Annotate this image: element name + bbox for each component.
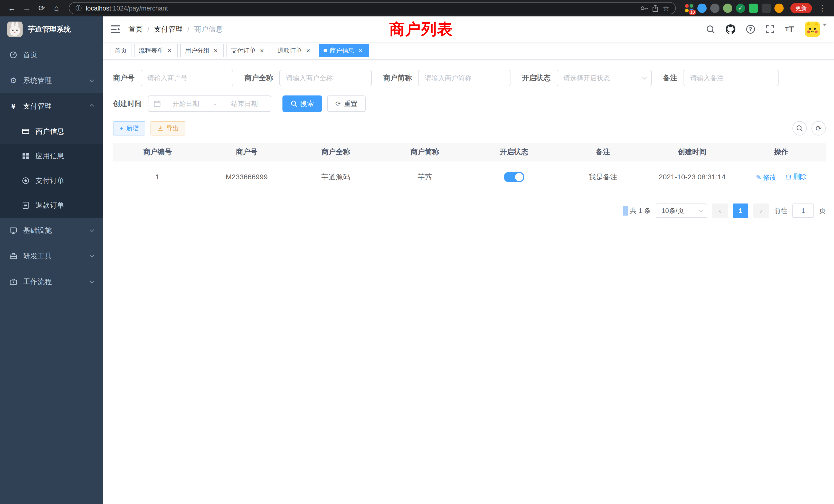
page-content: 商户号 商户全称 商户简称 开启状态 请选择开启状态	[103, 60, 834, 504]
sidebar-item-label: 退款订单	[36, 201, 64, 210]
extension-check-icon[interactable]: ✓	[736, 4, 745, 13]
tab-user-group[interactable]: 用户分组 ×	[180, 44, 224, 57]
sidebar-item-devtools[interactable]: 研发工具	[0, 243, 103, 269]
search-icon[interactable]	[706, 25, 715, 33]
sidebar-item-home[interactable]: 首页	[0, 42, 103, 68]
close-icon[interactable]: ×	[212, 47, 219, 54]
sidebar-item-app-info[interactable]: 应用信息	[0, 144, 103, 168]
close-icon[interactable]: ×	[258, 47, 265, 54]
tab-merchant-info[interactable]: 商户信息 ×	[319, 44, 369, 57]
prev-page-button[interactable]: ‹	[712, 204, 728, 218]
address-bar[interactable]: ⓘ localhost:1024/pay/merchant ☆	[69, 2, 676, 14]
logo-avatar	[7, 22, 23, 37]
status-select[interactable]: 请选择开启状态	[557, 70, 652, 86]
breadcrumb-payment[interactable]: 支付管理	[154, 24, 183, 34]
add-button-label: 新增	[126, 124, 139, 132]
sidebar-item-system[interactable]: ⚙ 系统管理	[0, 68, 103, 93]
page-1-button[interactable]: 1	[733, 204, 748, 218]
home-icon[interactable]: ⌂	[50, 2, 63, 15]
close-icon[interactable]: ×	[305, 47, 312, 54]
toggle-search-button[interactable]	[792, 121, 807, 136]
filter-merchant-no: 商户号	[113, 70, 233, 86]
delete-link[interactable]: 删除	[786, 172, 807, 181]
navbar-actions: ? TT	[706, 22, 834, 37]
remark-input[interactable]	[683, 70, 778, 86]
browser-update-button[interactable]: 更新	[790, 3, 812, 13]
refresh-table-button[interactable]: ⟳	[811, 121, 826, 136]
sidebar: 芋道管理系统 首页 ⚙ 系统管理 ¥ 支付管理	[0, 17, 103, 504]
site-info-icon[interactable]: ⓘ	[75, 4, 82, 12]
sidebar-item-pay-order[interactable]: 支付订单	[0, 168, 103, 193]
browser-toolbar: ← → ⟳ ⌂ ⓘ localhost:1024/pay/merchant ☆ …	[0, 0, 834, 17]
filter-remark: 备注	[663, 70, 778, 86]
extension-note-icon[interactable]	[749, 4, 758, 13]
sidebar-item-payment[interactable]: ¥ 支付管理	[0, 93, 103, 119]
short-name-input[interactable]	[418, 70, 510, 86]
close-icon[interactable]: ×	[357, 47, 364, 54]
filter-label: 备注	[663, 73, 683, 83]
browser-menu-icon[interactable]: ⋮	[815, 2, 829, 15]
reload-icon[interactable]: ⟳	[35, 2, 48, 15]
goto-unit: 页	[819, 206, 826, 215]
font-size-icon[interactable]: TT	[785, 24, 794, 35]
merchant-no-input[interactable]	[141, 70, 233, 86]
github-icon[interactable]	[726, 24, 736, 34]
calendar-icon	[154, 100, 161, 107]
export-button-label: 导出	[167, 124, 179, 132]
add-button[interactable]: + 新增	[113, 121, 145, 136]
forward-icon[interactable]: →	[20, 2, 34, 15]
dashboard-icon	[9, 51, 18, 59]
goto-page-input[interactable]	[792, 204, 814, 218]
reset-button[interactable]: ⟳ 重置	[327, 95, 366, 112]
bookmark-star-icon[interactable]: ☆	[663, 4, 669, 13]
column-header: 商户全称	[291, 143, 380, 161]
help-icon[interactable]: ?	[746, 25, 755, 33]
tab-refund-order[interactable]: 退款订单 ×	[273, 44, 316, 57]
page-size-select[interactable]: 10条/页	[656, 204, 707, 218]
tab-label: 商户信息	[330, 46, 354, 55]
key-icon[interactable]	[640, 4, 648, 12]
user-avatar[interactable]	[805, 22, 820, 37]
search-button[interactable]: 搜索	[282, 95, 322, 112]
extension-avatar-icon[interactable]	[723, 4, 732, 13]
sidebar-item-label: 首页	[23, 50, 38, 60]
sidebar-item-workflow[interactable]: 工作流程	[0, 269, 103, 295]
tab-pay-order[interactable]: 支付订单 ×	[226, 44, 270, 57]
back-icon[interactable]: ←	[5, 2, 19, 15]
sidebar-item-refund-order[interactable]: 退款订单	[0, 193, 103, 217]
filter-create-time: 创建时间 开始日期 - 结束日期	[113, 95, 271, 112]
fullscreen-icon[interactable]	[766, 25, 774, 33]
extension-blue-icon[interactable]	[697, 4, 707, 13]
app-logo[interactable]: 芋道管理系统	[0, 17, 103, 42]
cell-remark: 我是备注	[558, 161, 648, 193]
tab-process-form[interactable]: 流程表单 ×	[134, 44, 178, 57]
status-toggle[interactable]	[504, 172, 524, 182]
share-icon[interactable]	[652, 4, 659, 12]
date-range-picker[interactable]: 开始日期 - 结束日期	[148, 95, 271, 112]
edit-link[interactable]: ✎修改	[756, 173, 776, 182]
tab-home[interactable]: 首页	[110, 44, 131, 57]
app-title: 芋道管理系统	[28, 24, 71, 34]
sidebar-menu: 首页 ⚙ 系统管理 ¥ 支付管理	[0, 42, 103, 295]
cell-created-at: 2021-10-23 08:31:14	[648, 161, 737, 193]
table-header-row: 商户编号 商户号 商户全称 商户简称 开启状态 备注 创建时间 操作	[113, 143, 826, 161]
select-placeholder: 请选择开启状态	[563, 74, 610, 83]
hamburger-icon[interactable]	[103, 25, 128, 33]
extension-gray-icon[interactable]	[710, 4, 720, 13]
sidebar-item-label: 研发工具	[23, 251, 52, 261]
export-button[interactable]: 导出	[151, 121, 185, 136]
sidebar-item-infrastructure[interactable]: 基础设施	[0, 217, 103, 243]
sidebar-item-merchant-info[interactable]: 商户信息	[0, 119, 103, 144]
extension-colordots-icon[interactable]: 10	[684, 4, 694, 13]
breadcrumb-home[interactable]: 首页	[128, 24, 143, 34]
tab-label: 用户分组	[185, 46, 210, 55]
extension-orange-avatar-icon[interactable]	[774, 4, 784, 13]
close-icon[interactable]: ×	[166, 47, 173, 54]
user-menu[interactable]	[805, 22, 827, 37]
chevron-up-icon	[90, 104, 94, 109]
next-page-button[interactable]: ›	[753, 204, 769, 218]
extension-pin-icon[interactable]	[762, 4, 771, 13]
sidebar-item-label: 系统管理	[23, 76, 52, 86]
filter-short-name: 商户简称	[383, 70, 510, 86]
full-name-input[interactable]	[279, 70, 372, 86]
